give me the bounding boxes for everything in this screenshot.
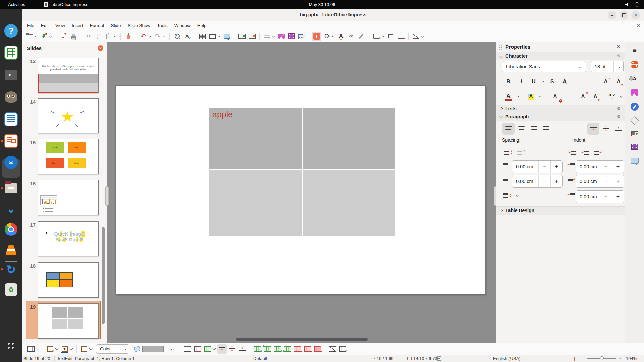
area-style-value[interactable]: Color: [96, 346, 120, 351]
fill-color-swatch[interactable]: [142, 346, 164, 352]
save-dropdown-icon[interactable]: [49, 34, 52, 38]
font-size-dropdown[interactable]: [613, 61, 623, 72]
optimize-dropdown-icon[interactable]: [213, 347, 216, 350]
zoom-out[interactable]: −: [581, 355, 584, 361]
horizontal-scrollbar[interactable]: [236, 338, 368, 341]
spacing-above-value[interactable]: 0.00 cm: [512, 164, 538, 169]
dock-item-terminal[interactable]: >_: [4, 68, 18, 82]
minimize-button[interactable]: –: [608, 11, 616, 19]
shrink-font-button[interactable]: A▼: [613, 76, 624, 87]
insert-media-button[interactable]: [287, 32, 296, 41]
line-spacing-dropdown[interactable]: [514, 194, 521, 196]
menu-file[interactable]: File: [23, 22, 38, 29]
menu-slide[interactable]: Slide: [108, 22, 124, 29]
font-size-value[interactable]: 18 pt: [591, 64, 613, 69]
table-cell-r2c2[interactable]: [303, 170, 395, 236]
table-dropdown-icon[interactable]: [36, 347, 39, 350]
insert-column-after-button[interactable]: +: [283, 344, 292, 354]
slide-canvas[interactable]: apple: [115, 85, 486, 294]
spacing-above-decrement[interactable]: −: [538, 161, 550, 173]
insert-row-below-button[interactable]: +: [263, 344, 272, 354]
menu-view[interactable]: View: [52, 22, 68, 29]
indent-after-decrement[interactable]: −: [600, 175, 612, 187]
font-color-button[interactable]: A: [503, 91, 514, 102]
tab-navigator[interactable]: [630, 102, 639, 111]
redo-dropdown-icon[interactable]: [163, 34, 166, 38]
font-color-dropdown[interactable]: [514, 95, 521, 97]
paste-dropdown-icon[interactable]: [114, 34, 117, 38]
zoom-level[interactable]: 104%: [626, 356, 637, 361]
align-justify-button[interactable]: [541, 123, 551, 134]
show-applications-icon[interactable]: [6, 341, 16, 351]
shadow-button[interactable]: A: [559, 76, 570, 87]
table-cell-r2c1[interactable]: [209, 170, 302, 236]
insert-textbox-button[interactable]: T: [312, 32, 321, 41]
lists-settings-gear-icon[interactable]: ⚙: [616, 106, 621, 111]
indent-before-increment[interactable]: +: [612, 161, 624, 173]
fill-color-button[interactable]: [132, 344, 142, 354]
master-view-button[interactable]: [208, 32, 217, 41]
tab-master-slides[interactable]: [630, 156, 639, 165]
spacing-below-increment[interactable]: +: [550, 175, 562, 187]
first-line-indent-increment[interactable]: +: [612, 191, 624, 203]
insert-image-button[interactable]: [277, 32, 286, 41]
slide-thumbnail-14[interactable]: [38, 98, 99, 133]
slide-thumbnail-18[interactable]: [38, 262, 99, 298]
close-button[interactable]: ×: [631, 11, 640, 19]
font-size-combo[interactable]: 18 pt: [591, 61, 624, 72]
dock-item-calc[interactable]: [4, 46, 18, 59]
menu-edit[interactable]: Edit: [38, 22, 52, 29]
indent-after-increment[interactable]: +: [612, 175, 624, 187]
sidebar-menu-icon[interactable]: ≡: [630, 46, 639, 55]
zoom-fit[interactable]: [573, 356, 576, 361]
strikethrough-button[interactable]: S: [547, 76, 557, 87]
tab-shapes[interactable]: [630, 116, 639, 125]
dock-item-help[interactable]: ?: [4, 24, 18, 38]
export-pdf-button[interactable]: [59, 32, 68, 41]
menu-format[interactable]: Format: [87, 22, 108, 29]
slide-layout-button[interactable]: [411, 32, 421, 41]
lists-section-header[interactable]: Lists ⚙: [496, 105, 625, 113]
dock-item-writer[interactable]: [4, 113, 18, 126]
align-bottom-button[interactable]: ▼: [613, 123, 624, 134]
spelling-button[interactable]: A✓: [182, 32, 192, 41]
spacing-below-field[interactable]: 0.00 cm − +: [512, 175, 563, 188]
insert-chart-button[interactable]: [297, 32, 306, 41]
delete-slide-button[interactable]: ×: [396, 32, 406, 41]
duplicate-slide-button[interactable]: [386, 32, 395, 41]
power-icon[interactable]: [635, 2, 639, 7]
font-name-value[interactable]: Liberation Sans: [502, 64, 574, 69]
slides-scrollbar[interactable]: [102, 227, 105, 324]
system-tray[interactable]: [625, 2, 639, 7]
insert-table-button[interactable]: [262, 32, 272, 41]
new-slide-button[interactable]: +: [372, 32, 381, 41]
spacing-above-increment[interactable]: +: [550, 161, 562, 173]
undo-dropdown-icon[interactable]: [148, 34, 152, 38]
start-current-slide-button[interactable]: [247, 32, 257, 41]
cell-align-bottom-button[interactable]: ▼: [237, 344, 247, 354]
cut-button[interactable]: ✂: [84, 32, 93, 41]
draw-functions-button[interactable]: [357, 32, 366, 41]
tab-properties[interactable]: [630, 60, 639, 69]
clone-formatting-button[interactable]: [123, 32, 133, 41]
slides-panel-close-icon[interactable]: ×: [98, 45, 103, 51]
zoom-in[interactable]: +: [619, 355, 622, 361]
slide-thumbnail-17[interactable]: QuicK ImagE SavE GuidE: [38, 221, 99, 256]
slide-style[interactable]: Default: [253, 356, 267, 361]
slide-layout-dropdown-icon[interactable]: [421, 34, 424, 38]
tab-styles[interactable]: A: [630, 74, 639, 83]
find-replace-button[interactable]: [172, 32, 182, 41]
merge-cells-button[interactable]: [183, 344, 192, 354]
superscript-button[interactable]: AB: [578, 91, 588, 102]
font-name-dropdown[interactable]: [574, 61, 586, 72]
border-color-button[interactable]: [60, 344, 69, 354]
table-cell-r1c1[interactable]: apple: [209, 108, 302, 169]
dock-item-thunderbird[interactable]: ✉: [4, 156, 18, 169]
italic-button[interactable]: I: [516, 76, 527, 87]
cell-align-center-button[interactable]: ▲▼: [227, 344, 237, 354]
delete-table-button[interactable]: ×: [313, 344, 322, 354]
dock-item-updater[interactable]: ↻: [4, 263, 18, 276]
highlight-color-button[interactable]: A: [526, 91, 536, 102]
underline-dropdown[interactable]: [539, 80, 546, 82]
indent-after-field[interactable]: 0.00 cm − +: [576, 175, 624, 188]
